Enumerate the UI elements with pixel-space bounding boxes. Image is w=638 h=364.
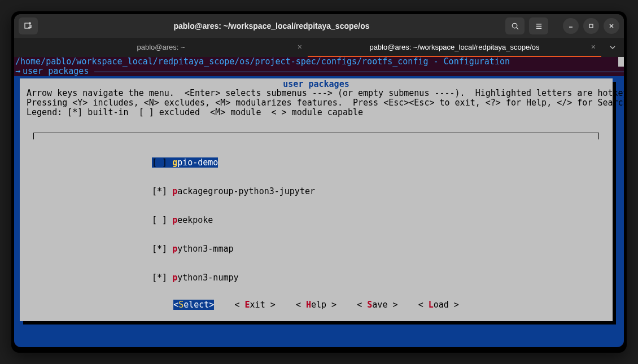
list-item[interactable]: [*] packagegroup-python3-jupyter — [152, 187, 599, 196]
dialog-title: user packages — [20, 78, 613, 89]
list-item[interactable]: [*] python3-mmap — [152, 244, 599, 254]
tab-label: pablo@ares: ~ — [137, 43, 185, 51]
config-path-line: /home/pablo/workspace_local/redpitaya_sc… — [14, 57, 624, 67]
maximize-button[interactable] — [583, 18, 599, 34]
terminal-body[interactable]: /home/pablo/workspace_local/redpitaya_sc… — [14, 57, 624, 347]
hamburger-menu-button[interactable] — [529, 17, 548, 34]
tab-0[interactable]: pablo@ares: ~ × — [14, 38, 308, 57]
dialog-help-line1: Arrow keys navigate the menu. <Enter> se… — [20, 89, 613, 98]
select-button[interactable]: <Select> — [173, 300, 214, 310]
window-title: pablo@ares: ~/workspace_local/redpitaya_… — [42, 21, 501, 30]
options-list: [ ] gpio-demo [*] packagegroup-python3-j… — [33, 133, 599, 285]
load-button[interactable]: < Load > — [418, 300, 459, 310]
dialog-help-line3: Legend: [*] built-in [ ] excluded <M> mo… — [20, 108, 613, 117]
close-icon[interactable]: × — [298, 42, 302, 51]
list-item[interactable]: [ ] gpio-demo — [152, 158, 599, 168]
tabs-dropdown-button[interactable] — [601, 38, 624, 57]
scrollbar-thumb[interactable] — [618, 57, 624, 67]
help-button[interactable]: < Help > — [296, 300, 337, 310]
list-item[interactable]: [*] python3-numpy — [152, 273, 599, 283]
exit-button[interactable]: < Exit > — [235, 300, 276, 310]
dialog-help-line2: Pressing <Y> includes, <N> excludes, <M>… — [20, 98, 613, 108]
new-tab-button[interactable] — [19, 17, 38, 34]
minimize-button[interactable] — [563, 18, 579, 34]
breadcrumb: → user packages — [14, 67, 624, 76]
search-button[interactable] — [505, 17, 525, 34]
tab-bar: pablo@ares: ~ × pablo@ares: ~/workspace_… — [14, 38, 624, 57]
svg-line-2 — [516, 27, 518, 29]
menuconfig-backdrop: user packages Arrow keys navigate the me… — [14, 76, 624, 347]
titlebar: pablo@ares: ~/workspace_local/redpitaya_… — [14, 14, 624, 38]
save-button[interactable]: < Save > — [357, 300, 397, 310]
list-item[interactable]: [ ] peekpoke — [152, 216, 599, 225]
svg-rect-7 — [589, 24, 593, 28]
terminal-window: pablo@ares: ~/workspace_local/redpitaya_… — [14, 14, 624, 347]
tab-1[interactable]: pablo@ares: ~/workspace_local/redpitaya_… — [308, 38, 601, 57]
close-icon[interactable]: × — [591, 42, 596, 51]
breadcrumb-label: user packages — [20, 67, 91, 76]
menuconfig-dialog: user packages Arrow keys navigate the me… — [20, 78, 613, 321]
close-button[interactable] — [604, 18, 619, 34]
arrow-icon: → — [14, 67, 20, 76]
svg-point-1 — [512, 23, 517, 28]
dialog-button-bar: <Select> < Exit > < Help > < Save > < Lo… — [20, 300, 613, 310]
tab-label: pablo@ares: ~/workspace_local/redpitaya_… — [369, 43, 539, 51]
